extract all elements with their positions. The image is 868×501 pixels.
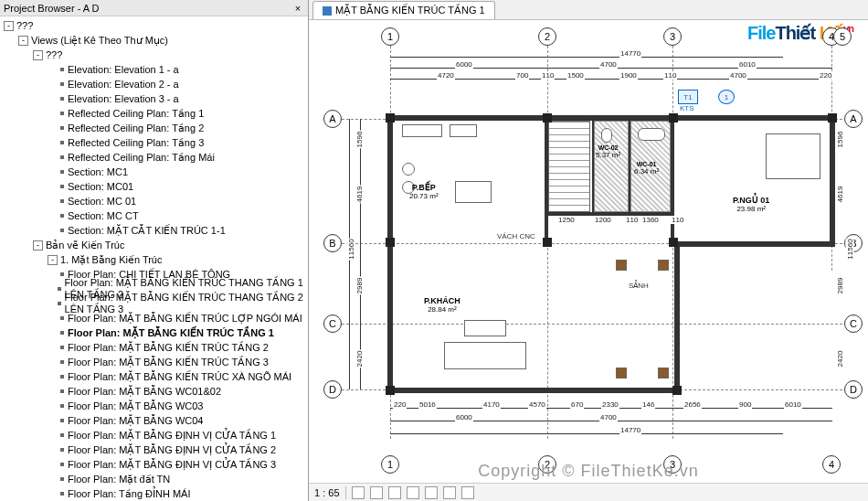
tree-item[interactable]: Elevation: Elevation 1 - a xyxy=(2,62,308,77)
tree-item-label: Floor Plan: MẶT BẰNG KIẾN TRÚC LỢP NGÓI … xyxy=(68,313,302,325)
tree-item[interactable]: Section: MC 01 xyxy=(2,194,308,208)
tab-label: MẶT BẰNG KIẾN TRÚC TẦNG 1 xyxy=(335,5,485,16)
tree-item[interactable]: Reflected Ceiling Plan: Tầng 1 xyxy=(2,106,308,121)
tree-item[interactable]: Elevation: Elevation 3 - a xyxy=(2,91,308,106)
dim-text: 4700 xyxy=(729,71,747,80)
tree-item[interactable]: Floor Plan: MẶT BẰNG ĐỊNH VỊ CỬA TẦNG 2 xyxy=(2,442,308,457)
tree-leaf-icon xyxy=(60,126,64,130)
drawing-area: MẶT BẰNG KIẾN TRÚC TẦNG 1 FileThiết Kế.v… xyxy=(309,0,868,501)
dim-text: 1250 xyxy=(557,216,576,224)
tree-leaf-icon xyxy=(60,346,64,349)
toilet xyxy=(601,128,612,143)
sink xyxy=(450,124,477,137)
detail-level-icon[interactable] xyxy=(352,486,365,499)
visual-style-icon[interactable] xyxy=(370,486,383,499)
tree-item-label: Section: MC01 xyxy=(68,181,133,192)
column xyxy=(669,238,678,247)
dim-text: 1596 xyxy=(837,131,845,149)
tree-item[interactable]: Floor Plan: Tầng ĐỈNH MÁI xyxy=(2,486,308,501)
sun-path-icon[interactable] xyxy=(388,486,401,499)
tree-item[interactable]: Reflected Ceiling Plan: Tầng 3 xyxy=(2,135,308,150)
view-tag-t1: T1 xyxy=(678,90,698,104)
tree-leaf-icon xyxy=(60,155,64,159)
shadows-icon[interactable] xyxy=(407,486,419,499)
dim-text: 2989 xyxy=(837,277,845,295)
dim-text: 146 xyxy=(641,400,655,409)
column xyxy=(672,386,682,395)
tree-item[interactable]: Reflected Ceiling Plan: Tầng Mái xyxy=(2,150,308,165)
view-control-bar: 1 : 65 xyxy=(309,483,868,501)
tree-toggle-icon[interactable]: - xyxy=(48,255,58,265)
hide-icon[interactable] xyxy=(443,486,456,499)
tree-item[interactable]: -??? xyxy=(2,18,308,33)
column xyxy=(543,113,552,123)
tree-leaf-icon xyxy=(60,419,64,422)
grid-bubble-Dr: D xyxy=(844,380,863,399)
dim-text: 4619 xyxy=(355,186,364,204)
tree-item[interactable]: Floor Plan: MẶT BẰNG ĐỊNH VỊ CỬA TẦNG 3 xyxy=(2,457,308,472)
tree-item[interactable]: Floor Plan: MẶT BẰNG WC01&02 xyxy=(2,384,308,399)
tree-item-label: Section: MC 01 xyxy=(68,196,136,207)
tree-item-label: Floor Plan: MẶT BẰNG KIẾN TRÚC TẦNG 1 xyxy=(68,327,274,339)
tree-item[interactable]: Elevation: Elevation 2 - a xyxy=(2,77,308,91)
dim-text: 5016 xyxy=(418,400,437,409)
tree-item[interactable]: Section: MC01 xyxy=(2,179,308,194)
crop-icon[interactable] xyxy=(425,486,438,499)
scale-value[interactable]: 1 : 65 xyxy=(314,487,340,498)
viewport[interactable]: FileThiết Kế.vn 1 2 3 4 5 1 2 3 4 A B C … xyxy=(309,20,868,501)
tree-item-label: Reflected Ceiling Plan: Tầng 2 xyxy=(68,123,204,134)
tree-item-label: Floor Plan: MẶT BẰNG ĐỊNH VỊ CỬA TẦNG 2 xyxy=(68,444,276,456)
tree-toggle-icon[interactable]: - xyxy=(33,50,43,60)
dim-text: 4700 xyxy=(599,60,618,69)
reveal-icon[interactable] xyxy=(461,486,474,499)
tree-item[interactable]: -Views (Liệt Kê Theo Thư Mục) xyxy=(2,33,308,48)
tree-leaf-icon xyxy=(60,463,64,466)
tree-item[interactable]: Floor Plan: MẶT BẰNG WC03 xyxy=(2,399,308,413)
dim-text: 900 xyxy=(738,400,752,409)
post xyxy=(616,368,627,378)
tree-toggle-icon[interactable]: - xyxy=(33,240,43,250)
tree-leaf-icon xyxy=(60,82,64,86)
tree-item-label: Views (Liệt Kê Theo Thư Mục) xyxy=(31,35,168,47)
dim-text: 1500 xyxy=(566,71,585,80)
dim-text: 700 xyxy=(515,71,529,80)
panel-close-button[interactable]: × xyxy=(291,2,304,15)
tree-item-label: Floor Plan: MẶT BẰNG KIẾN TRÚC XÀ NGÕ MÁ… xyxy=(68,371,291,383)
view-tab-active[interactable]: MẶT BẰNG KIẾN TRÚC TẦNG 1 xyxy=(312,1,495,19)
column xyxy=(386,238,395,247)
tree-item[interactable]: Floor Plan: MẶT BẰNG KIẾN TRÚC TẦNG 1 xyxy=(2,325,308,340)
tree-item[interactable]: -Bản vẽ Kiến Trúc xyxy=(2,238,308,252)
tree-item[interactable]: Section: MẶT CẮT KIẾN TRÚC 1-1 xyxy=(2,223,308,238)
tree-item[interactable]: Floor Plan: MẶT BẰNG KIẾN TRÚC TẦNG 2 xyxy=(2,340,308,355)
dim-text: 4619 xyxy=(837,186,845,204)
tree-item[interactable]: Floor Plan: MẶT BẰNG ĐỊNH VỊ CỬA TẦNG 1 xyxy=(2,428,308,442)
dim-text: 6000 xyxy=(455,60,473,69)
tree-item[interactable]: Reflected Ceiling Plan: Tầng 2 xyxy=(2,121,308,135)
dim-text: 11560 xyxy=(347,238,355,260)
grid-bubble-5: 5 xyxy=(833,27,852,46)
tree-item[interactable]: Floor Plan: MẶT BẰNG KIẾN TRÚC XÀ NGÕ MÁ… xyxy=(2,369,308,384)
column xyxy=(669,113,678,123)
project-tree[interactable]: -???-Views (Liệt Kê Theo Thư Mục)-???Ele… xyxy=(0,16,308,501)
tree-leaf-icon xyxy=(60,316,64,320)
tree-leaf-icon xyxy=(60,389,64,393)
post xyxy=(658,368,669,378)
tree-item[interactable]: Section: MC1 xyxy=(2,165,308,179)
dim-text: 14770 xyxy=(619,49,641,58)
tree-item[interactable]: Floor Plan: MẶT BẰNG KIẾN TRÚC THANG TẦN… xyxy=(2,296,308,311)
tree-item[interactable]: Floor Plan: MẶT BẰNG WC04 xyxy=(2,413,308,428)
tree-toggle-icon[interactable]: - xyxy=(18,36,28,46)
tree-item[interactable]: -1. Mặt Bằng Kiến Trúc xyxy=(2,252,308,267)
tree-item[interactable]: -??? xyxy=(2,48,308,62)
tree-item[interactable]: Floor Plan: Mặt đất TN xyxy=(2,472,308,486)
dim-text: 220 xyxy=(393,400,407,409)
view-tabs: MẶT BẰNG KIẾN TRÚC TẦNG 1 xyxy=(309,0,868,20)
tree-item[interactable]: Floor Plan: MẶT BẰNG KIẾN TRÚC LỢP NGÓI … xyxy=(2,311,308,325)
label-sanh: SẢNH xyxy=(629,282,649,290)
tree-item[interactable]: Floor Plan: MẶT BẰNG KIẾN TRÚC TẦNG 3 xyxy=(2,355,308,369)
room-label-wc1: WC-016.34 m² xyxy=(634,161,659,176)
tree-leaf-icon xyxy=(60,492,64,496)
dim-text: 4720 xyxy=(437,71,455,80)
tree-toggle-icon[interactable]: - xyxy=(4,21,14,31)
tree-item[interactable]: Section: MC CT xyxy=(2,208,308,223)
